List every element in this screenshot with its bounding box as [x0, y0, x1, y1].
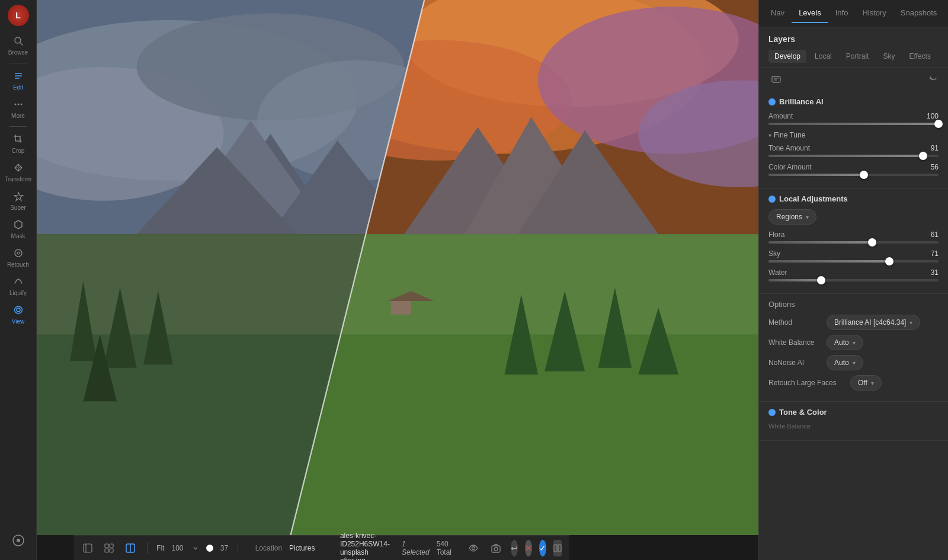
tool-mask[interactable]: Mask: [4, 216, 33, 243]
color-amount-slider[interactable]: [768, 174, 939, 176]
browse-label: Browse: [8, 49, 28, 56]
tone-color-dot: [768, 409, 776, 416]
add-layer-btn[interactable]: [768, 73, 784, 89]
tool-liquify[interactable]: Liquify: [4, 273, 33, 300]
local-adj-title: Local Adjustments: [779, 194, 848, 203]
canvas-area[interactable]: [37, 0, 758, 535]
tab-info[interactable]: Info: [828, 4, 856, 23]
options-section: Options Method Brilliance AI [c4c64.34] …: [759, 294, 948, 402]
tone-amount-label: Tone Amount: [768, 144, 810, 152]
tool-retouch[interactable]: Retouch: [4, 244, 33, 271]
layer-tab-portrait[interactable]: Portrait: [840, 50, 875, 63]
tone-color-section: Tone & Color White Balance: [759, 402, 948, 441]
more-label: More: [11, 113, 25, 119]
nav-left-icon[interactable]: [247, 544, 248, 552]
color-amount-label: Color Amount: [768, 163, 812, 171]
tool-super[interactable]: Super: [4, 187, 33, 215]
tab-history[interactable]: History: [855, 4, 893, 23]
tool-export[interactable]: [4, 530, 33, 551]
grid-view-btn[interactable]: [102, 542, 116, 554]
tab-snapshots[interactable]: Snapshots: [893, 4, 944, 23]
water-slider[interactable]: [768, 279, 939, 281]
svg-point-10: [17, 308, 20, 312]
white-balance-value: Auto: [834, 338, 849, 347]
fine-tune-header[interactable]: ▾ Fine Tune: [768, 131, 939, 139]
layer-tab-effects[interactable]: Effects: [903, 50, 936, 63]
tone-amount-slider[interactable]: [768, 155, 939, 157]
brilliance-dot: [768, 98, 776, 105]
svg-point-56: [472, 546, 475, 549]
browse-icon: [13, 36, 24, 48]
compare-view-btn[interactable]: [123, 542, 137, 554]
fine-tune-title: Fine Tune: [774, 131, 805, 139]
regions-label: Regions: [776, 213, 802, 221]
method-dropdown[interactable]: Brilliance AI [c4c64.34] ▾: [827, 315, 920, 330]
svg-point-7: [20, 104, 22, 105]
svg-rect-48: [84, 544, 92, 552]
tab-levels[interactable]: Levels: [792, 4, 828, 23]
eye-btn[interactable]: [466, 542, 481, 555]
white-balance-row: White Balance Auto ▾: [768, 335, 939, 350]
zoom-dropdown[interactable]: [190, 544, 201, 552]
tool-browse[interactable]: Browse: [4, 32, 33, 59]
layer-tab-local[interactable]: Local: [809, 50, 838, 63]
tool-more[interactable]: More: [4, 95, 33, 123]
retouch-row: Retouch Large Faces Off ▾: [768, 375, 939, 391]
layers-title: Layers: [768, 34, 939, 44]
layout-btn[interactable]: [553, 540, 562, 556]
method-row: Method Brilliance AI [c4c64.34] ▾: [768, 315, 939, 330]
reset-layer-btn[interactable]: [928, 73, 939, 89]
location-value: Pictures: [289, 544, 315, 552]
tool-transform[interactable]: Transform: [4, 159, 33, 186]
amount-slider[interactable]: [768, 123, 939, 125]
camera-btn[interactable]: [488, 542, 504, 555]
local-adj-dot: [768, 196, 776, 203]
view-label: View: [12, 318, 25, 325]
location-dropdown-icon[interactable]: [322, 545, 322, 551]
water-label: Water: [768, 268, 787, 277]
svg-rect-51: [110, 544, 113, 548]
tool-edit[interactable]: Edit: [4, 67, 33, 94]
panel-tabs: Nav Levels Info History Snapshots: [759, 0, 948, 27]
transform-icon: [13, 162, 24, 175]
svg-rect-53: [110, 549, 113, 552]
zoom-value: 100: [171, 544, 183, 552]
cancel-btn[interactable]: ✕: [525, 540, 532, 556]
flora-slider[interactable]: [768, 241, 939, 244]
view-icon: [13, 305, 24, 317]
brilliance-title: Brilliance AI: [779, 97, 824, 106]
sidebar-toggle[interactable]: [81, 542, 95, 554]
svg-point-9: [17, 252, 20, 254]
svg-point-5: [14, 104, 16, 105]
undo-btn[interactable]: ↩: [511, 540, 518, 556]
nonoise-label: NoNoise AI: [768, 359, 822, 367]
bottom-bar: Fit 100 37 Location Pictures: [73, 535, 569, 560]
nonoise-dropdown[interactable]: Auto ▾: [827, 355, 863, 370]
sky-value: 71: [931, 249, 939, 258]
retouch-dropdown[interactable]: Off ▾: [850, 375, 882, 391]
more-icon: [13, 99, 24, 111]
sky-slider[interactable]: [768, 260, 939, 263]
tool-view[interactable]: View: [4, 301, 33, 328]
zoom-slider[interactable]: [208, 547, 213, 549]
app-logo: L: [8, 5, 29, 26]
tone-amount-row: Tone Amount 91: [768, 144, 939, 157]
white-balance-dropdown[interactable]: Auto ▾: [827, 335, 863, 350]
file-name: ales-krivec-ID252H6SW14-unsplash after.j…: [340, 532, 390, 561]
svg-rect-61: [772, 76, 780, 82]
method-value: Brilliance AI [c4c64.34]: [834, 318, 906, 327]
svg-rect-57: [492, 546, 500, 552]
tone-color-placeholder: White Balance: [768, 423, 939, 434]
layer-tab-sky[interactable]: Sky: [877, 50, 901, 63]
crop-icon: [13, 134, 24, 146]
layers-section: Layers Develop Local Portrait Sky Effect…: [759, 27, 948, 68]
white-balance-label: White Balance: [768, 338, 822, 347]
nav-right-icon[interactable]: [329, 544, 330, 552]
sky-row: Sky 71: [768, 249, 939, 263]
regions-dropdown[interactable]: Regions ▾: [768, 209, 816, 225]
tool-crop[interactable]: Crop: [4, 130, 33, 158]
sky-label: Sky: [768, 249, 780, 258]
tab-nav[interactable]: Nav: [764, 4, 792, 23]
confirm-btn[interactable]: ✓: [539, 540, 546, 556]
layer-tab-develop[interactable]: Develop: [768, 50, 806, 63]
